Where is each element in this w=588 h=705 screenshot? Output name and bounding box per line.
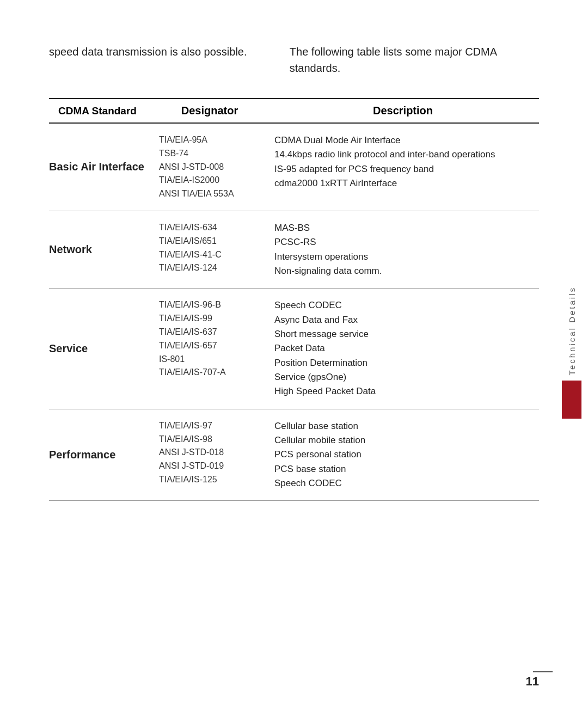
cell-designator-2: TIA/EIA/IS-96-BTIA/EIA/IS-99TIA/EIA/IS-6…	[152, 289, 267, 409]
sidebar-label: Technical Details	[567, 286, 577, 376]
intro-section: speed data transmission is also possible…	[0, 0, 588, 98]
intro-right-text: The following table lists some major CDM…	[290, 46, 497, 74]
intro-left-text: speed data transmission is also possible…	[49, 46, 247, 58]
intro-left: speed data transmission is also possible…	[49, 44, 257, 76]
cell-designator-0: TIA/EIA-95ATSB-74ANSI J-STD-008TIA/EIA-I…	[152, 123, 267, 211]
intro-right: The following table lists some major CDM…	[290, 44, 539, 76]
header-description: Description	[267, 99, 539, 123]
header-designator: Designator	[152, 99, 267, 123]
cell-designator-3: TIA/EIA/IS-97TIA/EIA/IS-98ANSI J-STD-018…	[152, 409, 267, 501]
cdma-standards-table: CDMA Standard Designator Description Bas…	[49, 98, 539, 501]
cell-description-0: CDMA Dual Mode Air Interface14.4kbps rad…	[267, 123, 539, 211]
page-number: 11	[526, 675, 539, 689]
table-row: PerformanceTIA/EIA/IS-97TIA/EIA/IS-98ANS…	[49, 409, 539, 501]
sidebar-right: Technical Details	[555, 0, 588, 705]
sidebar-red-block	[562, 381, 581, 419]
header-standard: CDMA Standard	[49, 99, 152, 123]
table-row: NetworkTIA/EIA/IS-634TIA/EIA/IS/651TIA/E…	[49, 211, 539, 288]
cell-designator-1: TIA/EIA/IS-634TIA/EIA/IS/651TIA/EIA/IS-4…	[152, 211, 267, 288]
cell-description-1: MAS-BSPCSC-RSIntersystem operationsNon-s…	[267, 211, 539, 288]
page-container: speed data transmission is also possible…	[0, 0, 588, 705]
table-row: Basic Air InterfaceTIA/EIA-95ATSB-74ANSI…	[49, 123, 539, 211]
cell-description-3: Cellular base stationCellular mobile sta…	[267, 409, 539, 501]
cell-standard-0: Basic Air Interface	[49, 123, 152, 211]
cell-standard-3: Performance	[49, 409, 152, 501]
table-row: ServiceTIA/EIA/IS-96-BTIA/EIA/IS-99TIA/E…	[49, 289, 539, 409]
bottom-divider	[533, 671, 553, 672]
cell-standard-2: Service	[49, 289, 152, 409]
cell-description-2: Speech CODECAsync Data and FaxShort mess…	[267, 289, 539, 409]
table-header-row: CDMA Standard Designator Description	[49, 99, 539, 123]
sidebar-right-inner: Technical Details	[555, 0, 588, 705]
cell-standard-1: Network	[49, 211, 152, 288]
table-section: CDMA Standard Designator Description Bas…	[0, 98, 588, 705]
